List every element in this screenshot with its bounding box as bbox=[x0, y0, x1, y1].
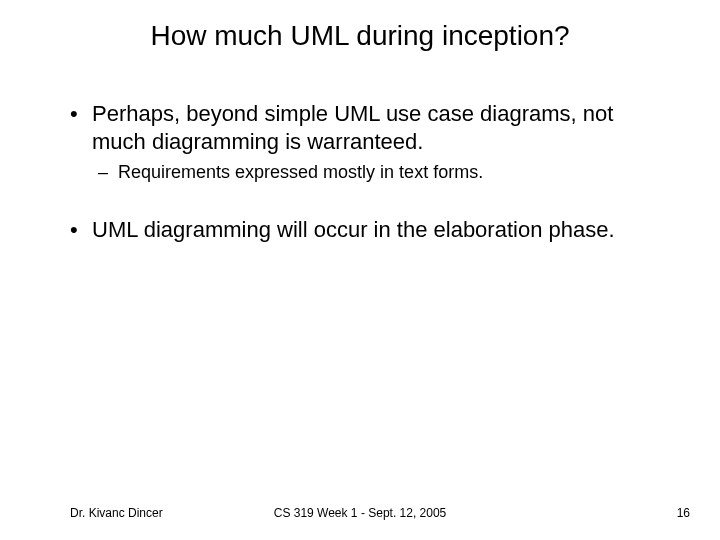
bullet-text: Perhaps, beyond simple UML use case diag… bbox=[92, 101, 613, 154]
spacer bbox=[70, 190, 670, 216]
slide-title: How much UML during inception? bbox=[0, 20, 720, 52]
bullet-text: UML diagramming will occur in the elabor… bbox=[92, 217, 615, 242]
slide-body: Perhaps, beyond simple UML use case diag… bbox=[70, 100, 670, 249]
footer-course: CS 319 Week 1 - Sept. 12, 2005 bbox=[0, 506, 720, 520]
bullet-text: Requirements expressed mostly in text fo… bbox=[118, 162, 483, 182]
footer-page-number: 16 bbox=[677, 506, 690, 520]
slide: How much UML during inception? Perhaps, … bbox=[0, 0, 720, 540]
bullet-item: UML diagramming will occur in the elabor… bbox=[70, 216, 670, 244]
bullet-item: Perhaps, beyond simple UML use case diag… bbox=[70, 100, 670, 155]
bullet-item-sub: Requirements expressed mostly in text fo… bbox=[98, 161, 670, 184]
